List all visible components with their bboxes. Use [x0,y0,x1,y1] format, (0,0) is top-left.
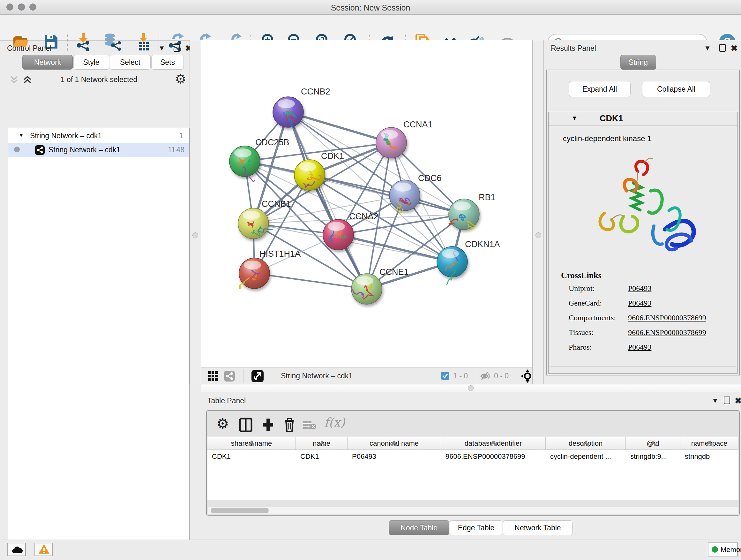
column-header-namespace[interactable]: namespace [680,437,738,450]
birds-eye-view-icon[interactable] [208,371,218,381]
tab-network-table[interactable]: Network Table [503,520,572,535]
tab-select[interactable]: Select [110,55,151,70]
open-in-new-window-icon[interactable] [252,370,264,382]
column-type-icon [391,441,397,446]
node-label: CDK1 [321,151,344,161]
node-label: CDC6 [418,173,442,183]
scrollbar-thumb[interactable] [211,508,269,513]
network-collection-row[interactable]: ▼ String Network – cdk1 1 [8,129,189,143]
table-options-gear-icon[interactable]: ⚙ [216,415,229,432]
column-header-database-identifier[interactable]: database identifier [441,437,546,450]
show-columns-icon[interactable] [239,418,252,432]
delete-column-trash-icon[interactable] [283,417,295,432]
network-canvas[interactable]: CCNB2CCNA1CDC25BCDK1CDC6RB1CCNB1CCNA2CDK… [201,40,532,367]
cell-id: stringdb:9... [626,450,680,463]
network-grey-share-icon[interactable] [224,371,235,381]
control-panel-menu-icon[interactable]: ▼ [158,44,165,52]
crosslink-row: Pharos: [569,343,592,352]
cell-shared-name: CDK1 [207,450,296,463]
crosslink-row: Tissues: [569,328,594,337]
crosslink-link[interactable]: 9606.ENSP00000378699 [628,328,706,337]
network-table-splitter[interactable] [201,384,741,392]
column-type-icon [650,441,656,446]
crosslink-label: Tissues: [569,328,594,336]
cell-name: CDK1 [296,450,347,463]
splitter-handle[interactable] [536,233,541,238]
network-node-cdkn1a[interactable]: CDKN1A [437,240,500,285]
control-panel: Control Panel ▼ ✖ Network Style Select S… [0,40,201,540]
node-table: shared name name canonical name database… [207,437,738,500]
results-panel-close-icon[interactable]: ✖ [731,44,738,53]
memory-button[interactable]: Memory [708,543,738,557]
table-horizontal-scrollbar[interactable] [208,507,738,514]
network-options-gear-icon[interactable]: ⚙ [175,71,186,86]
column-header-name[interactable]: name [296,437,347,450]
cloud-status-button[interactable] [7,543,26,556]
collapse-all-button[interactable]: Collapse All [642,81,711,97]
node-entry-content: cyclin-dependent kinase 1 CrossL [550,127,736,367]
hidden-eye-icon[interactable] [480,371,491,381]
node-table-box: ⚙ f(x) shared name name canonical name d… [206,410,740,516]
crosslink-link[interactable]: 9606.ENSP00000378699 [628,314,706,322]
network-name: String Network – cdk1 [49,145,120,154]
crosslink-link[interactable]: P06493 [628,299,651,307]
network-node-ccne1[interactable]: CCNE1 [351,267,409,304]
expand-all-button[interactable]: Expand All [569,81,630,97]
network-results-splitter[interactable] [532,40,544,384]
crosslink-label: Pharos: [569,343,592,351]
collection-count: 1 [179,132,183,140]
collection-expand-icon[interactable]: ▼ [18,132,24,138]
network-node-ccnb1[interactable]: CCNB1 [238,199,291,239]
table-panel-menu-icon[interactable]: ▼ [712,396,719,405]
results-panel-menu-icon[interactable]: ▼ [704,44,711,52]
column-header-description[interactable]: description [546,437,626,450]
crosslink-label: Uniprot: [569,284,595,293]
column-header-id[interactable]: @id [626,437,680,450]
function-builder-icon[interactable]: f(x) [324,415,345,429]
delete-table-icon[interactable] [303,421,317,430]
cell-description: cyclin-dependent ... [546,450,626,463]
crosslink-link[interactable]: P06493 [628,343,651,352]
title-bar: Session: New Session [0,0,741,15]
tab-network[interactable]: Network [22,55,73,70]
network-node-hist1h1a[interactable]: HIST1H1A [239,249,300,289]
memory-ok-dot-icon [712,546,718,553]
main-toolbar: ? [0,15,741,41]
splitter-handle[interactable] [192,233,198,238]
network-node-cdk1[interactable]: CDK1 [294,151,344,190]
tab-edge-table[interactable]: Edge Table [450,520,502,535]
node-entry-header[interactable]: ▼ CDK1 [549,112,738,125]
control-network-splitter[interactable] [190,40,201,384]
warnings-button[interactable] [35,543,53,556]
selected-checkbox-icon[interactable] [441,372,449,380]
splitter-handle[interactable] [468,385,474,391]
column-header-canonical-name[interactable]: canonical name [347,437,441,450]
table-panel-float-icon[interactable] [724,396,730,404]
results-panel-float-icon[interactable] [719,44,726,52]
create-column-plus-icon[interactable] [262,418,274,432]
network-node-cdc25b[interactable]: CDC25B [229,138,289,181]
tab-style[interactable]: Style [73,55,109,70]
tab-string-results[interactable]: String [620,55,656,70]
control-panel-float-icon[interactable] [174,44,180,52]
table-panel-close-icon[interactable]: ✖ [735,396,741,406]
crosslink-link[interactable]: P06493 [628,284,651,293]
tab-node-table[interactable]: Node Table [389,520,449,535]
node-label: CCNB1 [262,199,291,209]
network-selection-status: 1 of 1 Network selected [0,75,198,84]
status-bar: Memory [0,540,741,560]
entry-collapse-icon[interactable]: ▼ [571,115,578,122]
column-type-icon [249,441,254,446]
network-edge-count: 48 [176,145,185,154]
network-row-selected[interactable]: String Network – cdk1 11 48 [8,143,189,157]
column-type-icon [583,441,589,446]
network-view-title: String Network – cdk1 [281,372,353,380]
network-node-ccna1[interactable]: CCNA1 [376,120,433,158]
column-header-shared-name[interactable]: shared name [207,437,296,450]
node-details-box: ▼ CDK1 cyclin-dependent kinase 1 [548,112,738,374]
table-panel-title: Table Panel [207,396,246,405]
crosslinks-title: CrossLinks [561,271,602,280]
tab-sets[interactable]: Sets [151,55,184,70]
network-graph[interactable]: CCNB2CCNA1CDC25BCDK1CDC6RB1CCNB1CCNA2CDK… [201,40,532,367]
network-node-rb1[interactable]: RB1 [449,192,495,230]
